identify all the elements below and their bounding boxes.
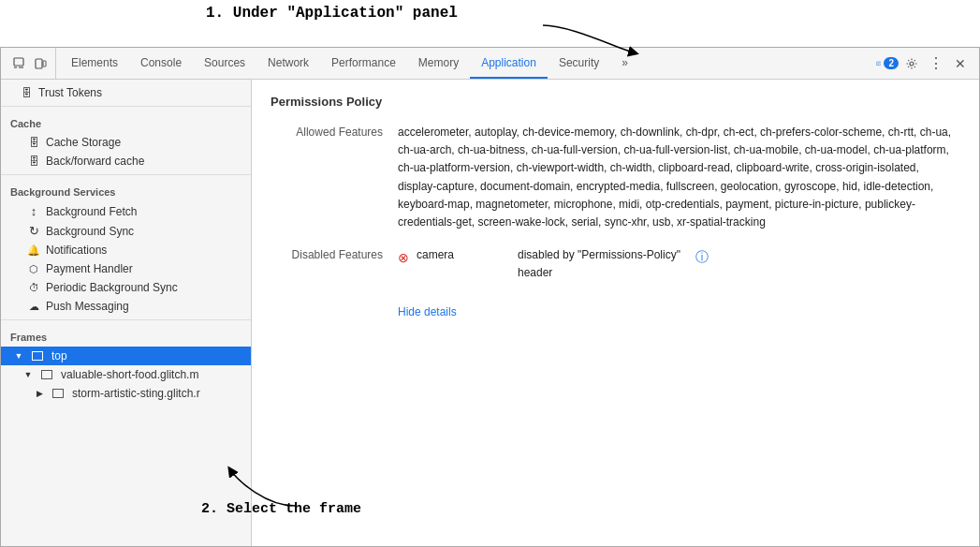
sidebar: 🗄 Trust Tokens Cache 🗄 Cache Storage 🗄 B… [1, 80, 252, 546]
sidebar-item-valuable-short-food[interactable]: ▼ valuable-short-food.glitch.m [1, 365, 251, 384]
allowed-features-row: Allowed Features accelerometer, autoplay… [271, 124, 960, 231]
disabled-features-row: Disabled Features ⊗ camera disabled by "… [271, 246, 960, 282]
disabled-camera-row: ⊗ camera disabled by "Permissions-Policy… [398, 246, 960, 282]
tab-sources[interactable]: Sources [193, 48, 256, 79]
devtools-window: Elements Console Sources Network Perform… [0, 47, 980, 547]
sidebar-item-top[interactable]: ▼ top [1, 347, 251, 365]
sidebar-section-cache: Cache [1, 111, 251, 133]
tab-network[interactable]: Network [256, 48, 320, 79]
allowed-features-label: Allowed Features [271, 124, 383, 231]
top-frame-toggle-icon: ▼ [12, 351, 25, 361]
tab-bar: Elements Console Sources Network Perform… [1, 48, 979, 80]
back-forward-cache-icon: 🗄 [27, 155, 40, 167]
sidebar-section-background-services: Background Services [1, 179, 251, 201]
background-fetch-icon: ↕ [27, 204, 40, 218]
settings-icon-btn[interactable] [900, 52, 923, 75]
svg-point-8 [910, 62, 914, 66]
more-options-icon-btn[interactable]: ⋮ [925, 52, 947, 75]
svg-rect-4 [43, 61, 46, 67]
periodic-background-sync-icon: ⏱ [27, 282, 40, 293]
allowed-features-value: accelerometer, autoplay, ch-device-memor… [398, 124, 960, 231]
tab-bar-right: 2 ⋮ ✕ [872, 52, 975, 75]
inspect-icon[interactable] [12, 56, 27, 71]
tab-bar-icons [5, 48, 56, 79]
svg-rect-3 [36, 59, 42, 68]
sidebar-item-notifications[interactable]: 🔔 Notifications [1, 241, 251, 259]
disabled-camera-icon: ⊗ [398, 247, 409, 268]
hide-details-link[interactable]: Hide details [398, 305, 457, 318]
sidebar-item-push-messaging[interactable]: ☁ Push Messaging [1, 297, 251, 316]
disabled-features-value: ⊗ camera disabled by "Permissions-Policy… [398, 246, 960, 282]
info-icon[interactable]: ⓘ [695, 246, 709, 267]
content-panel: Permissions Policy Allowed Features acce… [252, 80, 979, 546]
sidebar-item-back-forward-cache[interactable]: 🗄 Back/forward cache [1, 152, 251, 170]
message-icon-btn[interactable]: 2 [876, 52, 899, 75]
push-messaging-icon: ☁ [27, 301, 40, 313]
main-content: 🗄 Trust Tokens Cache 🗄 Cache Storage 🗄 B… [1, 80, 979, 546]
svg-rect-5 [876, 62, 881, 65]
device-icon[interactable] [33, 56, 48, 71]
sidebar-item-periodic-background-sync[interactable]: ⏱ Periodic Background Sync [1, 278, 251, 297]
sidebar-section-frames: Frames [1, 324, 251, 347]
sidebar-item-cache-storage[interactable]: 🗄 Cache Storage [1, 133, 251, 152]
tab-performance[interactable]: Performance [320, 48, 407, 79]
tab-elements[interactable]: Elements [60, 48, 129, 79]
sidebar-item-background-fetch[interactable]: ↕ Background Fetch [1, 201, 251, 221]
disabled-camera-name: camera [417, 246, 510, 264]
annotation-2: 2. Select the frame [201, 501, 361, 517]
tab-memory[interactable]: Memory [407, 48, 470, 79]
cache-storage-icon: 🗄 [27, 137, 40, 148]
sidebar-item-trust-tokens[interactable]: 🗄 Trust Tokens [1, 83, 251, 102]
tab-console[interactable]: Console [129, 48, 193, 79]
sidebar-item-payment-handler[interactable]: ⬡ Payment Handler [1, 259, 251, 278]
payment-handler-icon: ⬡ [27, 263, 40, 275]
message-badge: 2 [884, 57, 899, 69]
notifications-icon: 🔔 [27, 244, 40, 257]
disabled-camera-reason: disabled by "Permissions-Policy" header [518, 246, 680, 282]
content-title: Permissions Policy [271, 95, 960, 109]
disabled-features-label: Disabled Features [271, 246, 383, 282]
background-sync-icon: ↻ [27, 224, 40, 238]
valuable-frame-toggle-icon: ▼ [22, 370, 35, 379]
close-icon-btn[interactable]: ✕ [949, 52, 972, 75]
arrow-1 [534, 21, 646, 58]
annotation-1: 1. Under "Application" panel [206, 5, 458, 22]
sidebar-item-background-sync[interactable]: ↻ Background Sync [1, 221, 251, 241]
trust-tokens-icon: 🗄 [20, 87, 33, 98]
sidebar-item-storm-artistic-sting[interactable]: ▶ storm-artistic-sting.glitch.r [1, 384, 251, 403]
svg-rect-0 [14, 58, 23, 66]
storm-frame-toggle-icon: ▶ [33, 389, 46, 398]
